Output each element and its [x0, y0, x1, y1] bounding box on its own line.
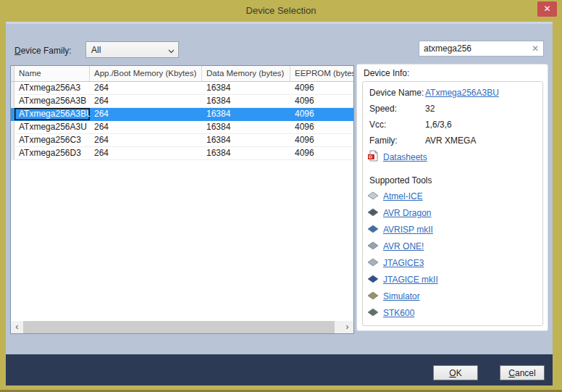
table-cell: ATxmega256A3U: [14, 121, 90, 133]
tool-link[interactable]: AVRISP mkII: [383, 225, 433, 235]
device-grid-header: NameApp./Boot Memory (Kbytes)Data Memory…: [11, 66, 353, 82]
scroll-right-button[interactable]: ›: [341, 321, 353, 333]
close-icon: ✕: [543, 4, 550, 14]
table-cell: ATxmega256A3B: [14, 95, 90, 107]
info-label: Vcc:: [369, 120, 425, 131]
table-cell: 264: [90, 121, 202, 133]
device-info-title: Device Info:: [364, 68, 548, 78]
table-cell: 4096: [290, 95, 353, 107]
dialog-content: Device Family: All ✕ NameApp./Boot Memor…: [6, 22, 553, 354]
table-cell: 4096: [290, 121, 353, 133]
table-cell: 4096: [290, 108, 353, 120]
tool-row: JTAGICE3: [369, 257, 540, 269]
info-value: 32: [425, 104, 435, 115]
device-grid-body: ATxmega256A3264163844096ATxmega256A3B264…: [11, 82, 353, 321]
table-cell: 4096: [290, 82, 353, 94]
table-cell: 264: [90, 82, 202, 94]
info-label: Speed:: [369, 104, 425, 115]
tool-row: Atmel-ICE: [369, 191, 540, 202]
datasheets-row: Datasheets: [369, 151, 540, 163]
device-selection-dialog: Device Selection ✕ Device Family: All ✕ …: [0, 0, 562, 392]
info-row: Family:AVR XMEGA: [369, 135, 540, 147]
table-cell: 16384: [202, 121, 290, 133]
jtagice3-icon: [367, 257, 383, 270]
tool-row: AVRISP mkII: [369, 224, 540, 235]
info-label: Family:: [369, 135, 425, 147]
tool-link[interactable]: JTAGICE3: [383, 258, 424, 268]
table-cell: 16384: [202, 82, 290, 94]
column-header[interactable]: EEPROM (bytes): [290, 66, 353, 81]
device-family-value: All: [86, 45, 164, 55]
avrisp-mkii-icon: [367, 223, 383, 236]
titlebar: Device Selection ✕: [0, 0, 562, 22]
tool-link[interactable]: Atmel-ICE: [383, 191, 423, 201]
table-cell: 264: [90, 134, 202, 146]
table-cell: 4096: [290, 134, 353, 146]
stk600-icon: [367, 306, 383, 320]
search-box: ✕: [419, 41, 544, 57]
tool-row: AVR ONE!: [369, 241, 540, 252]
atmel-ice-icon: [367, 190, 383, 203]
table-cell: ATxmega256A3BU: [14, 108, 90, 120]
table-cell: 4096: [290, 147, 353, 159]
table-row[interactable]: ATxmega256A3BU264163844096: [11, 108, 353, 121]
device-info-panel: Device Info: Device Name:ATxmega256A3BUS…: [356, 64, 548, 331]
supported-tools-title: Supported Tools: [369, 175, 540, 185]
column-header[interactable]: Name: [14, 66, 90, 81]
simulator-icon: [367, 290, 383, 303]
tool-link[interactable]: AVR ONE!: [383, 241, 424, 251]
table-cell: ATxmega256C3: [14, 134, 90, 146]
window-title: Device Selection: [0, 0, 562, 21]
chevron-down-icon: [164, 43, 178, 57]
avr-dragon-icon: [367, 207, 383, 220]
table-row[interactable]: ATxmega256A3B264163844096: [11, 95, 353, 108]
tool-link[interactable]: Simulator: [383, 291, 420, 301]
column-header[interactable]: App./Boot Memory (Kbytes): [90, 66, 202, 81]
info-row: Speed:32: [369, 104, 540, 115]
scroll-left-button[interactable]: ‹: [11, 321, 23, 333]
table-row[interactable]: ATxmega256C3264163844096: [11, 134, 353, 147]
info-value: 1,6/3,6: [425, 120, 452, 131]
tool-link[interactable]: AVR Dragon: [383, 208, 431, 218]
table-cell: ATxmega256D3: [14, 147, 90, 159]
device-family-label: Device Family:: [14, 46, 72, 56]
datasheets-link[interactable]: Datasheets: [383, 152, 427, 162]
column-header[interactable]: Data Memory (bytes): [202, 66, 290, 81]
tool-link[interactable]: JTAGICE mkII: [383, 275, 438, 285]
scrollbar-thumb[interactable]: [23, 321, 335, 333]
device-fields: Device Name:ATxmega256A3BUSpeed:32Vcc:1,…: [369, 88, 540, 147]
device-grid: NameApp./Boot Memory (Kbytes)Data Memory…: [10, 65, 354, 334]
ok-button[interactable]: OK: [433, 365, 478, 380]
table-cell: 16384: [202, 147, 290, 159]
device-name-link[interactable]: ATxmega256A3BU: [425, 88, 499, 99]
tool-row: JTAGICE mkII: [369, 274, 540, 285]
info-row: Device Name:ATxmega256A3BU: [369, 88, 540, 99]
table-cell: ATxmega256A3: [14, 82, 90, 94]
search-input[interactable]: [419, 41, 527, 56]
cancel-button[interactable]: Cancel: [500, 365, 545, 380]
info-row: Vcc:1,6/3,6: [369, 120, 540, 131]
table-row[interactable]: ATxmega256D3264163844096: [11, 147, 353, 160]
table-cell: 16384: [202, 95, 290, 107]
info-value: AVR XMEGA: [425, 135, 476, 147]
table-cell: 264: [90, 108, 202, 120]
table-cell: 16384: [202, 134, 290, 146]
tool-link[interactable]: STK600: [383, 308, 414, 318]
avr-one-icon: [367, 240, 383, 253]
jtagice-mkii-icon: [367, 273, 383, 286]
device-info-box: Device Name:ATxmega256A3BUSpeed:32Vcc:1,…: [362, 81, 543, 326]
table-row[interactable]: ATxmega256A3264163844096: [11, 82, 353, 95]
pdf-icon: [367, 150, 383, 164]
device-family-select[interactable]: All: [85, 41, 179, 58]
close-button[interactable]: ✕: [537, 1, 557, 17]
table-cell: 16384: [202, 108, 290, 120]
tool-row: STK600: [369, 307, 540, 319]
table-row[interactable]: ATxmega256A3U264163844096: [11, 121, 353, 134]
table-cell: 264: [90, 95, 202, 107]
tools-list: Atmel-ICEAVR DragonAVRISP mkIIAVR ONE!JT…: [369, 191, 540, 319]
clear-search-icon[interactable]: ✕: [527, 43, 543, 54]
tool-row: AVR Dragon: [369, 207, 540, 219]
horizontal-scrollbar[interactable]: ‹ ›: [11, 321, 353, 333]
table-cell: 264: [90, 147, 202, 159]
tool-row: Simulator: [369, 291, 540, 302]
